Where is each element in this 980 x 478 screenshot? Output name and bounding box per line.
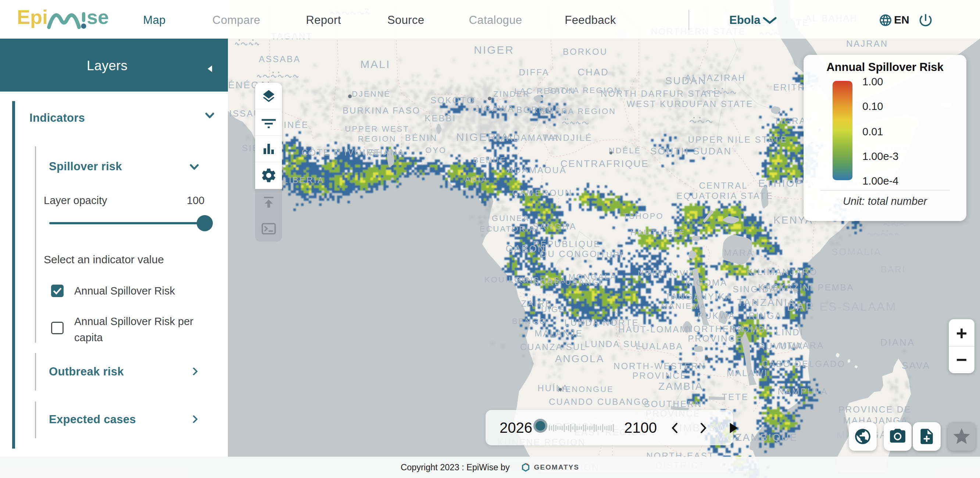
svg-text:KIGOMA: KIGOMA (686, 277, 727, 288)
svg-text:KEBBI: KEBBI (425, 113, 456, 123)
svg-text:NDÉLÉ: NDÉLÉ (609, 146, 641, 155)
svg-text:HAUT-UELE: HAUT-UELE (630, 228, 686, 237)
svg-text:RÉPUBLIQUE: RÉPUBLIQUE (533, 239, 601, 249)
svg-text:MALANJE: MALANJE (535, 328, 583, 338)
svg-text:NIGERIA: NIGERIA (456, 131, 509, 143)
svg-text:CABO DELGADO: CABO DELGADO (762, 359, 845, 369)
svg-text:TANDJILÉ: TANDJILÉ (542, 133, 593, 143)
svg-text:NORTH DARFUR STATE: NORTH DARFUR STATE (601, 89, 721, 99)
svg-text:BENUE: BENUE (473, 156, 506, 165)
svg-text:BARI: BARI (881, 264, 906, 274)
svg-text:ABIA: ABIA (465, 175, 488, 184)
svg-text:ANGOLA: ANGOLA (555, 353, 605, 364)
svg-text:SOKOTO: SOKOTO (430, 95, 474, 105)
svg-text:PROVINCE DE: PROVINCE DE (838, 405, 911, 414)
svg-text:ZAMBIA: ZAMBIA (659, 381, 703, 392)
svg-text:MALI: MALI (360, 58, 390, 70)
svg-text:IRINGA: IRINGA (745, 311, 782, 320)
svg-text:LUNDA SUL: LUNDA SUL (585, 339, 644, 349)
svg-text:MENONGUE: MENONGUE (557, 385, 614, 394)
svg-text:LIBERIA: LIBERIA (283, 175, 324, 185)
svg-text:MALAWI: MALAWI (727, 368, 768, 378)
svg-text:RUKWA: RUKWA (697, 311, 735, 320)
svg-text:BÉNIN: BÉNIN (405, 133, 438, 143)
svg-text:MANIEMA: MANIEMA (661, 301, 706, 311)
svg-text:OYO: OYO (425, 146, 447, 155)
svg-text:TSHOPO: TSHOPO (623, 212, 664, 221)
svg-text:NORTHERN: NORTHERN (686, 324, 745, 334)
svg-text:SAVA: SAVA (902, 360, 931, 371)
svg-text:WEST KURDUFAN STATE: WEST KURDUFAN STATE (626, 99, 753, 109)
svg-text:CHAD: CHAD (578, 67, 609, 78)
svg-text:REGION: REGION (358, 134, 397, 143)
svg-text:NORD-UBANGI: NORD-UBANGI (533, 277, 603, 287)
svg-text:ITURI: ITURI (597, 250, 624, 259)
svg-text:CENTRAL: CENTRAL (699, 180, 748, 190)
svg-text:MARA: MARA (724, 248, 754, 258)
svg-text:LINDI: LINDI (776, 327, 803, 337)
svg-text:GUINEA: GUINEA (492, 214, 529, 223)
svg-text:ECUATORIAL: ECUATORIAL (480, 224, 542, 234)
svg-text:KASKAZINI PEMBA: KASKAZINI PEMBA (758, 282, 854, 292)
svg-text:AL JAZIRAH: AL JAZIRAH (685, 73, 746, 83)
svg-text:BURKINA FASO: BURKINA FASO (343, 105, 420, 115)
svg-text:DAR ES-SALAAM: DAR ES-SALAAM (787, 300, 897, 313)
svg-text:TANGANYIKA: TANGANYIKA (665, 292, 733, 301)
svg-text:NAMPULA: NAMPULA (778, 386, 828, 397)
svg-text:LUALABA: LUALABA (636, 341, 683, 351)
svg-text:MTWARA: MTWARA (778, 341, 824, 351)
svg-text:ASSABA: ASSABA (259, 54, 301, 64)
svg-text:EQUATORIA STATE: EQUATORIA STATE (676, 191, 773, 201)
svg-text:BENGO: BENGO (512, 317, 547, 326)
svg-text:UPPER WEST: UPPER WEST (345, 124, 409, 134)
svg-text:CUANZA SUL: CUANZA SUL (520, 342, 587, 352)
svg-text:JIGAWA: JIGAWA (475, 104, 515, 114)
svg-text:NORD-KIVU: NORD-KIVU (638, 268, 693, 277)
svg-text:BORKOU: BORKOU (563, 47, 608, 57)
svg-text:GUÉRA REGION: GUÉRA REGION (540, 107, 616, 116)
svg-text:NORTH-WESTERN: NORTH-WESTERN (614, 361, 706, 371)
svg-text:HAUT-LOMAMI: HAUT-LOMAMI (618, 324, 692, 334)
svg-text:KILIMANJARO: KILIMANJARO (746, 267, 818, 277)
svg-text:PROVINCE: PROVINCE (632, 371, 687, 381)
svg-text:SOUTHERN: SOUTHERN (644, 399, 702, 409)
svg-text:GHANA: GHANA (368, 147, 405, 158)
svg-text:CAMEROUN: CAMEROUN (512, 188, 572, 198)
svg-text:PROVINCE: PROVINCE (688, 333, 743, 343)
svg-text:DU CONGO: DU CONGO (540, 249, 598, 259)
svg-text:SOMALIA: SOMALIA (832, 246, 882, 257)
svg-text:NIGER: NIGER (474, 44, 514, 56)
svg-text:UÍGE: UÍGE (541, 305, 565, 314)
svg-text:CUANDO CUBANGO: CUANDO CUBANGO (549, 397, 649, 407)
svg-text:SANGHA: SANGHA (533, 221, 576, 231)
svg-text:SOUTH SUDAN: SOUTH SUDAN (650, 146, 732, 157)
svg-text:ADAMAOUA: ADAMAOUA (507, 165, 566, 175)
svg-text:DJENNÉ: DJENNÉ (352, 89, 391, 99)
svg-text:TETE: TETE (722, 392, 748, 402)
svg-text:CENTRAFRIQUE: CENTRAFRIQUE (560, 158, 649, 169)
svg-text:DIFFA: DIFFA (519, 67, 549, 77)
svg-text:DIANA: DIANA (880, 337, 915, 348)
svg-text:NAJRAN: NAJRAN (846, 38, 888, 49)
svg-text:UPPER NILE STATE: UPPER NILE STATE (688, 135, 788, 145)
